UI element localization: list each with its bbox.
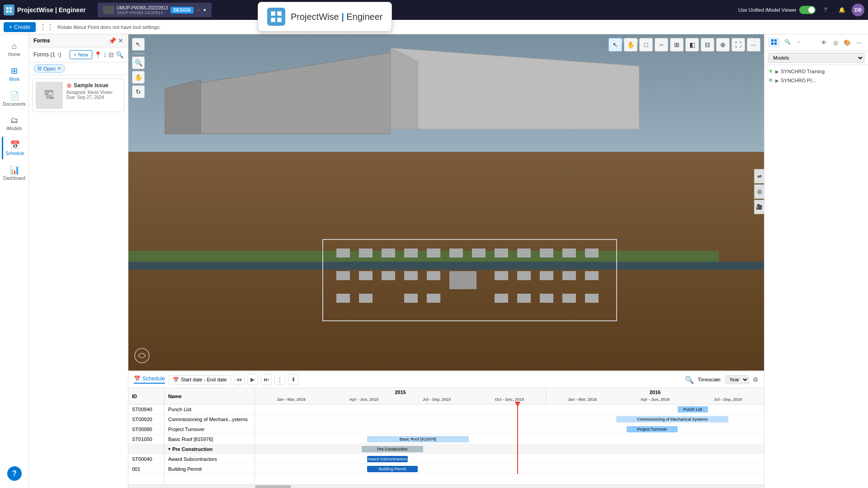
models-tab-icon (771, 39, 777, 45)
side-panel-buttons: ⇌ ◎ 🎥 (754, 169, 764, 214)
panel-toggle-3[interactable]: 🎥 (754, 200, 764, 214)
row-name-0: Punch List (165, 404, 255, 414)
schedule-scrollbar[interactable] (128, 484, 764, 488)
section-tool-btn[interactable]: ⊞ (670, 38, 684, 52)
tree-eye-icon-1[interactable]: 👁 (768, 77, 774, 84)
sidebar-documents-label: Documents (3, 102, 26, 107)
sidebar-item-home[interactable]: ⌂ Home (2, 38, 27, 61)
star-icon[interactable]: ☆ (196, 7, 201, 13)
zoom-tool-btn[interactable]: 🔍 (132, 56, 145, 69)
svg-rect-34 (585, 271, 599, 280)
select-tool-btn[interactable]: ↖ (609, 38, 622, 52)
search-icon[interactable]: 🔍 (116, 51, 123, 58)
schedule-search-icon[interactable]: 🔍 (685, 375, 694, 384)
sidebar-item-schedule[interactable]: 📅 Schedule (2, 136, 27, 160)
grid-config-icon[interactable]: ⚙ (753, 376, 759, 383)
model-dropdown[interactable]: Models (764, 51, 868, 65)
name-5: Award Subcontractors (168, 456, 217, 462)
active-tab[interactable]: UMUP-PW365-20220913 UMUP-PW365-20220913 … (98, 3, 212, 17)
new-button[interactable]: + New (70, 50, 92, 59)
svg-rect-6 (359, 249, 373, 258)
row-name-1: Commissioning of Mechani...ystems (165, 414, 255, 424)
bar-building-permit: Building Permit (367, 466, 418, 472)
visibility-icon[interactable]: ◎ (830, 37, 841, 48)
hand-tool-btn[interactable]: ✋ (624, 38, 637, 52)
svg-rect-15 (359, 271, 373, 280)
color-icon[interactable]: 🎨 (842, 37, 853, 48)
measure-tool-btn[interactable]: ↔ (655, 38, 668, 52)
tab-menu-icon[interactable]: ▾ (203, 7, 206, 13)
schedule-area: 📅 Schedule 📅 Start date - End date ⏮ ▶ ⏭… (128, 371, 764, 488)
create-button[interactable]: + Create (4, 22, 36, 32)
view-tool-btn[interactable]: ◧ (685, 38, 699, 52)
form-card[interactable]: 🏗 ⊗ Sample Issue Assigned: Kevin Vivien … (33, 79, 124, 112)
date-range-btn[interactable]: 📅 Start date - End date (169, 375, 231, 385)
id-column: ID ST00940 ST00920 ST00980 ST01050 ST000… (128, 388, 165, 484)
current-time-line (517, 404, 518, 474)
id-col-header: ID (128, 388, 164, 404)
id-3: ST01050 (132, 436, 152, 442)
notification-icon[interactable]: 🔔 (835, 4, 848, 16)
sidebar-item-work[interactable]: ⊞ Work (2, 62, 27, 85)
pan-tool-btn[interactable]: ✋ (132, 71, 145, 84)
help-icon[interactable]: ? (819, 4, 832, 16)
nav-last-btn[interactable]: ⏭ (261, 374, 272, 385)
tab-search[interactable]: 🔍 (782, 38, 793, 47)
tree-item-synchro-training[interactable]: 👁 ▶ SYNCHRO Training (766, 67, 866, 76)
scrollbar-thumb[interactable] (255, 485, 291, 488)
nav-first-btn[interactable]: ⏮ (234, 374, 245, 385)
user-avatar[interactable]: DB (852, 4, 864, 16)
tree-eye-icon-0[interactable]: 👁 (768, 68, 774, 75)
q1-2015: Jan - Mar, 2015 (255, 395, 328, 404)
svg-rect-16 (382, 271, 395, 280)
q3-2015: Jul - Sep, 2015 (401, 395, 473, 404)
rotate-tool-btn[interactable]: ↻ (132, 85, 145, 98)
svg-rect-18 (427, 271, 440, 280)
collapse-icon[interactable]: ▾ (168, 446, 170, 451)
sidebar-item-imodels[interactable]: 🗂 iModels (2, 112, 27, 135)
nav-play-btn[interactable]: ▶ (247, 374, 258, 385)
pin-icon[interactable]: 📌 (108, 37, 116, 44)
nav-export-btn[interactable]: ⬇ (288, 374, 299, 385)
sidebar-item-dashboard[interactable]: 📊 Dashboard (2, 161, 27, 184)
rp-more-icon[interactable]: ⋯ (854, 37, 864, 48)
fullscreen-btn[interactable]: ⛶ (731, 38, 745, 52)
panel-toggle-2[interactable]: ◎ (754, 184, 764, 199)
svg-rect-22 (336, 294, 350, 303)
viewport-area[interactable]: ↖ ✋ □ ↔ ⊞ ◧ ⊟ ⊕ ⛶ ··· ↖ 🔍 ✋ ↻ Left (128, 34, 764, 371)
svg-marker-1 (165, 80, 201, 134)
filter-icon[interactable]: ⊟ (108, 51, 114, 58)
close-panel-icon[interactable]: ✕ (118, 37, 123, 44)
more-view-btn[interactable]: ··· (747, 38, 760, 52)
help-button[interactable]: ? (7, 466, 22, 481)
row-name-3: Basic Roof [815976] (165, 434, 255, 444)
tab-models[interactable] (768, 38, 780, 47)
model-select[interactable]: Models (768, 53, 864, 63)
svg-point-37 (135, 348, 149, 363)
explode-tool-btn[interactable]: ⊕ (716, 38, 730, 52)
tab-more[interactable]: › (795, 38, 802, 47)
tree-expand-icon-0[interactable]: ▶ (775, 69, 779, 74)
grid-icon[interactable]: ⋮⋮ (39, 23, 54, 31)
layer-tool-btn[interactable]: ⊟ (701, 38, 714, 52)
timescale-select[interactable]: Year (725, 375, 749, 384)
eye-icon[interactable]: 👁 (818, 37, 829, 48)
svg-rect-29 (562, 294, 576, 303)
nav-options-btn[interactable]: ⋮ (274, 374, 285, 385)
sidebar-item-documents[interactable]: 📄 Documents (2, 87, 27, 110)
cursor-tool-btn[interactable]: ↖ (132, 38, 145, 51)
viewport-toolbar: ↖ ✋ □ ↔ ⊞ ◧ ⊟ ⊕ ⛶ ··· (609, 38, 760, 52)
location-icon[interactable]: 📍 (94, 51, 102, 58)
cube-tool-btn[interactable]: □ (639, 38, 653, 52)
tree-expand-icon-1[interactable]: ▶ (775, 78, 779, 83)
svg-rect-30 (585, 294, 599, 303)
tree-item-synchro-pi[interactable]: 👁 ▶ SYNCHRO PI... (766, 76, 866, 85)
toggle-switch[interactable] (799, 6, 816, 14)
schedule-tab[interactable]: 📅 Schedule (134, 375, 165, 384)
year-2015-label: 2015 (255, 389, 546, 395)
panel-toggle-1[interactable]: ⇌ (754, 169, 764, 183)
q3-2016: Jul - Sep, 2016 (692, 395, 764, 404)
schedule-tab-label: Schedule (142, 375, 165, 382)
sort-icon[interactable]: ↕ (104, 51, 107, 58)
filter-remove-icon[interactable]: ✕ (57, 66, 61, 71)
